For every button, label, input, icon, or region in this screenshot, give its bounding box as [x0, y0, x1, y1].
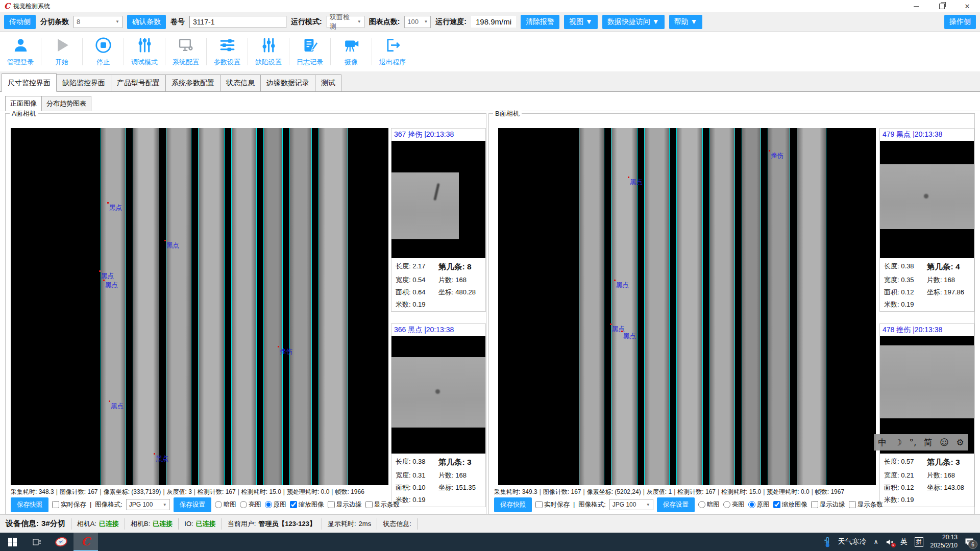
start-button[interactable]	[0, 533, 24, 551]
image-mode-radio-原图[interactable]: 原图	[265, 500, 286, 509]
display-option-checkbox-显示条数[interactable]: 显示条数	[365, 500, 400, 509]
radio-input[interactable]	[215, 501, 222, 508]
data-quick-access-button[interactable]: 数据快捷访问 ▼	[602, 15, 665, 29]
stat-left: 米数: 0.19	[396, 300, 438, 309]
display-option-checkbox-显示边缘[interactable]: 显示边缘	[328, 500, 362, 509]
toolbar-item-user[interactable]: 管理登录	[2, 32, 39, 71]
toolbar-item-defect[interactable]: 缺陷设置	[250, 32, 287, 71]
volume-muted-button[interactable]: ×	[886, 538, 893, 546]
radio-input[interactable]	[265, 501, 272, 508]
toolbar-item-log[interactable]: 日志记录	[291, 32, 328, 71]
save-snapshot-button[interactable]: 保存快照	[11, 497, 48, 512]
defect-card[interactable]: 367 挫伤 |20:13:38长度: 2.17第几条: 8宽度: 0.54片数…	[391, 128, 486, 312]
defect-card-header: 367 挫伤 |20:13:38	[391, 129, 485, 141]
status-segment: 相机B:已连接	[125, 518, 179, 530]
chart-points-select[interactable]: 100▼	[404, 16, 431, 28]
save-snapshot-button[interactable]: 保存快照	[494, 497, 532, 512]
checkbox-input[interactable]	[328, 501, 335, 508]
confirm-count-button[interactable]: 确认条数	[127, 15, 166, 29]
image-mode-radio-暗图[interactable]: 暗图	[215, 500, 236, 509]
strip-count-select[interactable]: 8▼	[74, 16, 122, 28]
display-option-checkbox-显示条数[interactable]: 显示条数	[849, 500, 883, 509]
radio-input[interactable]	[748, 501, 755, 508]
top-control-bar: 传动侧 分切条数 8▼ 确认条数 卷号 运行模式: 双面检测▼ 图表点数: 10…	[0, 12, 980, 32]
save-settings-button[interactable]: 保存设置	[174, 497, 211, 512]
realtime-save-checkbox[interactable]: 实时保存	[535, 500, 570, 509]
save-settings-button[interactable]: 保存设置	[657, 497, 695, 512]
toolbar-item-play[interactable]: 开始	[43, 32, 80, 71]
image-mode-radio-暗图[interactable]: 暗图	[698, 500, 720, 509]
image-mode-radio-亮图[interactable]: 亮图	[240, 500, 261, 509]
radio-input[interactable]	[240, 501, 247, 508]
tab-2[interactable]: 缺陷监控界面	[56, 74, 111, 91]
toolbar-item-system[interactable]: 系统配置	[167, 32, 204, 71]
toolbar-item-camera[interactable]: 摄像	[333, 32, 370, 71]
display-option-checkbox-缩放图像[interactable]: 缩放图像	[773, 500, 807, 509]
clear-alarm-button[interactable]: 清除报警	[521, 15, 559, 29]
tab-5[interactable]: 状态信息	[220, 74, 261, 91]
toolbar-divider	[165, 38, 165, 65]
view-menu-button[interactable]: 视图 ▼	[564, 15, 598, 29]
checkbox-input[interactable]	[365, 501, 373, 508]
subtab-2[interactable]: 分布趋势图表	[41, 96, 91, 111]
device-info-segment: 设备信息: 3#分切	[0, 518, 71, 530]
image-format-select[interactable]: JPG 100▼	[126, 499, 170, 510]
checkbox-input[interactable]	[773, 501, 780, 508]
task-view-button[interactable]	[24, 533, 49, 551]
ime-emoji-icon[interactable]: ☺	[940, 437, 949, 447]
clock[interactable]: 20:13 2025/2/10	[930, 534, 958, 549]
toolbar-item-tune[interactable]: 调试模式	[126, 32, 163, 71]
subtab-1[interactable]: 正面图像	[5, 96, 42, 111]
panel-title-a: A面相机	[10, 109, 38, 118]
image-mode-radio-亮图[interactable]: 亮图	[723, 500, 745, 509]
image-mode-radio-原图[interactable]: 原图	[748, 500, 770, 509]
help-menu-button[interactable]: 帮助 ▼	[669, 15, 703, 29]
ime-mode-chinese[interactable]: 中	[878, 437, 887, 448]
tab-6[interactable]: 边缘数据记录	[260, 74, 315, 91]
realtime-save-checkbox-input[interactable]	[535, 501, 543, 508]
close-button[interactable]: ✕	[954, 0, 980, 12]
camera-image-b: 黑点挫伤黑点黑点黑点	[498, 128, 876, 485]
ime-settings-icon[interactable]: ⚙	[956, 437, 964, 447]
toolbar-item-label: 摄像	[345, 58, 358, 67]
vision-app-taskbar-button[interactable]: C	[74, 533, 98, 551]
language-indicator[interactable]: 英	[900, 537, 908, 546]
defect-card[interactable]: 479 黑点 |20:13:38长度: 0.38第几条: 4宽度: 0.35片数…	[879, 128, 974, 312]
hidden-icons-chevron[interactable]: ∧	[874, 538, 878, 545]
display-option-checkbox-显示边缘[interactable]: 显示边缘	[811, 500, 845, 509]
realtime-save-checkbox-input[interactable]	[52, 501, 59, 508]
defect-card[interactable]: 478 挫伤 |20:13:38长度: 0.57第几条: 3宽度: 0.21片数…	[879, 323, 974, 507]
minimize-button[interactable]	[903, 0, 929, 12]
ime-fullwidth-icon[interactable]: ☽	[894, 437, 902, 447]
run-mode-select[interactable]: 双面检测▼	[327, 16, 364, 28]
defect-card[interactable]: 366 黑点 |20:13:38长度: 0.38第几条: 3宽度: 0.31片数…	[391, 323, 486, 507]
tab-1[interactable]: 尺寸监控界面	[2, 73, 57, 92]
restore-button[interactable]	[929, 0, 954, 12]
toolbar-item-stop[interactable]: 停止	[85, 32, 121, 71]
ime-mode-indicator[interactable]: 拼	[915, 537, 923, 547]
checkbox-input[interactable]	[811, 501, 818, 508]
ime-simplified-icon[interactable]: 简	[924, 437, 933, 448]
stat-separator: |	[238, 488, 239, 495]
toolbar-item-params[interactable]: 参数设置	[209, 32, 246, 71]
operator-side-button[interactable]: 操作侧	[944, 15, 976, 29]
snipping-tool-button[interactable]: ✂	[49, 533, 74, 551]
display-option-checkbox-缩放图像[interactable]: 缩放图像	[290, 500, 324, 509]
radio-input[interactable]	[698, 501, 705, 508]
toolbar-item-exit[interactable]: 退出程序	[374, 32, 411, 71]
tab-7[interactable]: 测试	[315, 74, 341, 91]
tab-3[interactable]: 产品型号配置	[111, 74, 166, 91]
drive-side-button[interactable]: 传动侧	[4, 15, 36, 29]
realtime-save-checkbox[interactable]: 实时保存	[52, 500, 86, 509]
image-format-select[interactable]: JPG 100▼	[609, 499, 653, 510]
ime-punctuation-icon[interactable]: °,	[909, 437, 916, 447]
checkbox-input[interactable]	[849, 501, 856, 508]
icon-toolbar: 管理登录开始停止调试模式系统配置参数设置缺陷设置日志记录摄像退出程序	[0, 32, 980, 71]
roll-number-input[interactable]	[189, 16, 286, 28]
stat-item: 灰度值: 1	[647, 488, 672, 495]
tab-4[interactable]: 系统参数配置	[165, 74, 220, 91]
action-center-button[interactable]: 6	[965, 538, 974, 546]
weather-status-text[interactable]: 天气寒冷	[838, 537, 867, 546]
radio-input[interactable]	[723, 501, 730, 508]
checkbox-input[interactable]	[290, 501, 297, 508]
